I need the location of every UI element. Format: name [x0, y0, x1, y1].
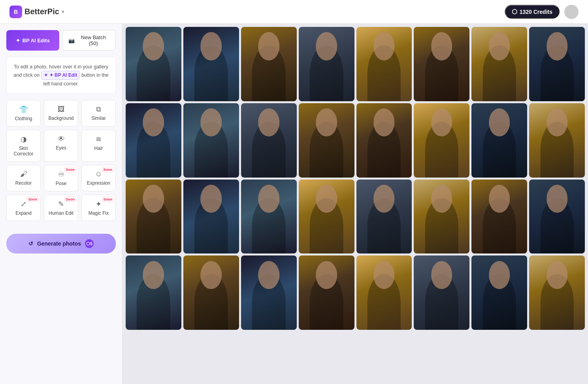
skin-corrector-icon: ◑: [21, 135, 27, 144]
tool-expression-button[interactable]: Soon☺Expression: [81, 165, 116, 191]
pose-icon: ♾: [58, 170, 64, 179]
user-avatar[interactable]: [564, 5, 579, 19]
generate-spinner-icon: ↺: [28, 240, 33, 247]
recolor-label: Recolor: [15, 180, 32, 186]
bp-ai-edits-button[interactable]: ✦ BP AI Edits: [6, 30, 59, 51]
gallery-item[interactable]: [126, 27, 181, 101]
gallery-item[interactable]: [241, 255, 297, 330]
gallery-item[interactable]: [126, 255, 181, 330]
logo-text: BetterPic: [24, 7, 59, 16]
gallery-item[interactable]: [471, 103, 527, 178]
expression-icon: ☺: [95, 170, 102, 178]
skin-corrector-label: Skin Corrector: [10, 146, 37, 157]
gallery-item[interactable]: [241, 27, 297, 101]
soon-badge: Soon: [102, 167, 114, 172]
soon-badge: Soon: [102, 197, 114, 202]
new-batch-button[interactable]: 📷 New Batch (50): [62, 30, 116, 51]
clothing-icon: 👕: [19, 105, 28, 114]
tool-expand-button[interactable]: Soon⤢Expand: [6, 195, 41, 221]
gallery-item[interactable]: [471, 255, 527, 330]
camera-icon: 📷: [68, 38, 75, 44]
generate-photos-button[interactable]: ↺ Generate photos ⬡ 5: [6, 234, 116, 253]
hair-icon: ≋: [96, 135, 102, 144]
gallery: [122, 24, 588, 384]
ai-edits-icon: ✦: [16, 38, 20, 44]
soon-badge: Soon: [64, 167, 77, 172]
tool-skin-corrector-button[interactable]: ◑Skin Corrector: [6, 130, 41, 162]
gallery-item[interactable]: [529, 255, 585, 330]
sidebar: ✦ BP AI Edits 📷 New Batch (50) To edit a…: [0, 24, 122, 384]
credits-button[interactable]: ⬡ 1320 Credits: [505, 5, 560, 19]
sidebar-actions: ✦ BP AI Edits 📷 New Batch (50): [6, 30, 116, 51]
gallery-item[interactable]: [529, 103, 585, 178]
eyes-label: Eyes: [56, 145, 66, 151]
gallery-item[interactable]: [414, 27, 469, 101]
gallery-grid: [126, 27, 585, 330]
background-icon: 🖼: [58, 105, 65, 113]
gallery-item[interactable]: [471, 180, 527, 254]
tool-human-edit-button[interactable]: Soon✎Human Edit: [44, 195, 78, 221]
magic-fix-icon: ✦: [96, 200, 102, 208]
gallery-item[interactable]: [356, 180, 412, 254]
magic-fix-label: Magic Fix: [89, 210, 109, 216]
tool-background-button[interactable]: 🖼Background: [44, 100, 78, 127]
gallery-item[interactable]: [299, 180, 354, 254]
tools-grid: 👕Clothing🖼Background⧉Similar◑Skin Correc…: [6, 100, 116, 221]
similar-label: Similar: [91, 115, 106, 121]
header-right: ⬡ 1320 Credits: [505, 5, 579, 19]
gallery-item[interactable]: [126, 103, 181, 178]
gallery-item[interactable]: [183, 27, 239, 101]
expand-icon: ⤢: [21, 200, 26, 208]
gallery-item[interactable]: [356, 27, 412, 101]
gallery-item[interactable]: [126, 180, 181, 254]
hint-highlight: ✦ ✦ BP AI Edit: [41, 71, 80, 80]
logo-icon: B: [9, 6, 22, 18]
logo[interactable]: B BetterPic ▾: [9, 6, 64, 18]
generate-count-badge: ⬡ 5: [85, 239, 94, 248]
tool-pose-button[interactable]: Soon♾Pose: [44, 165, 78, 191]
gallery-item[interactable]: [299, 27, 354, 101]
similar-icon: ⧉: [96, 105, 101, 113]
gallery-item[interactable]: [414, 103, 469, 178]
tool-clothing-button[interactable]: 👕Clothing: [6, 100, 41, 127]
soon-badge: Soon: [64, 197, 77, 202]
credits-label: 1320 Credits: [520, 9, 552, 15]
tool-eyes-button[interactable]: 👁Eyes: [44, 130, 78, 162]
background-label: Background: [48, 115, 74, 121]
soon-badge: Soon: [27, 197, 39, 202]
expand-label: Expand: [15, 210, 32, 216]
gallery-item[interactable]: [356, 103, 412, 178]
ai-edits-label: BP AI Edits: [23, 38, 50, 44]
main-layout: ✦ BP AI Edits 📷 New Batch (50) To edit a…: [0, 24, 588, 384]
gallery-item[interactable]: [299, 255, 354, 330]
gallery-item[interactable]: [183, 255, 239, 330]
recolor-icon: 🖌: [20, 170, 27, 178]
gallery-item[interactable]: [356, 255, 412, 330]
pose-label: Pose: [56, 181, 66, 186]
hint-box: To edit a photo, hover over it in your g…: [6, 57, 116, 94]
tool-recolor-button[interactable]: 🖌Recolor: [6, 165, 41, 191]
gallery-item[interactable]: [183, 103, 239, 178]
gallery-item[interactable]: [529, 27, 585, 101]
logo-dropdown-icon[interactable]: ▾: [62, 9, 64, 15]
gallery-item[interactable]: [414, 255, 469, 330]
app-header: B BetterPic ▾ ⬡ 1320 Credits: [0, 0, 588, 24]
tool-similar-button[interactable]: ⧉Similar: [81, 100, 116, 127]
gallery-item[interactable]: [529, 180, 585, 254]
tool-magic-fix-button[interactable]: Soon✦Magic Fix: [81, 195, 116, 221]
expression-label: Expression: [87, 180, 110, 186]
gallery-item[interactable]: [471, 27, 527, 101]
hair-label: Hair: [94, 146, 103, 151]
gallery-item[interactable]: [241, 180, 297, 254]
sparkle-icon: ✦: [44, 72, 48, 79]
credits-icon: ⬡: [512, 8, 517, 15]
gallery-item[interactable]: [183, 180, 239, 254]
gallery-item[interactable]: [414, 180, 469, 254]
new-batch-label: New Batch (50): [77, 34, 110, 46]
stack-icon: ⬡: [86, 241, 90, 246]
tool-hair-button[interactable]: ≋Hair: [81, 130, 116, 162]
human-edit-icon: ✎: [58, 200, 64, 208]
eyes-icon: 👁: [58, 135, 65, 143]
gallery-item[interactable]: [241, 103, 297, 178]
gallery-item[interactable]: [299, 103, 354, 178]
